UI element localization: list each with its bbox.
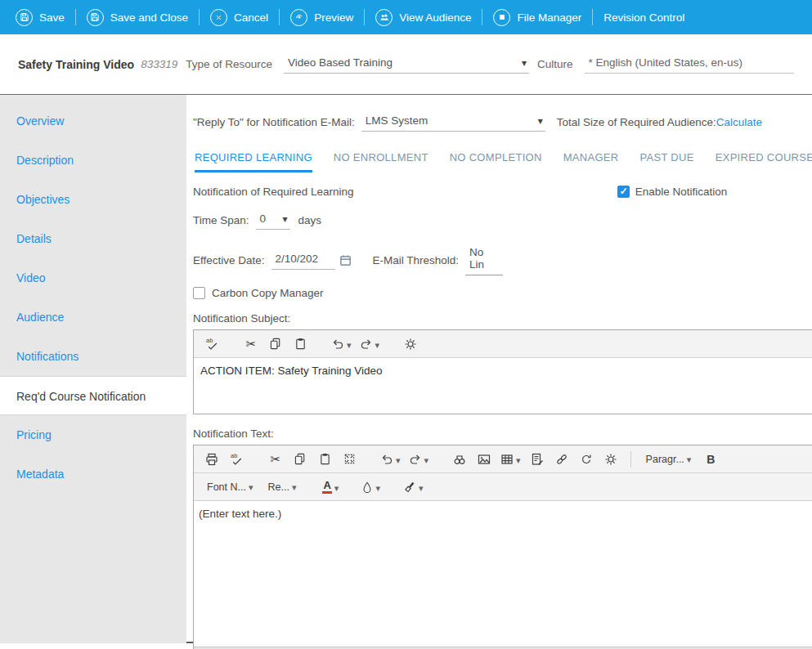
chevron-down-icon [292, 481, 297, 493]
carbon-copy-row: Carbon Copy Manager [193, 287, 812, 299]
redo-button[interactable] [407, 450, 431, 469]
chevron-down-icon [424, 452, 429, 467]
paste-icon [294, 338, 307, 350]
action-toolbar: Save Save and Close Cancel Preview [0, 0, 812, 34]
print-button[interactable] [202, 450, 222, 469]
insert-image-button[interactable] [474, 450, 494, 469]
preview-button[interactable]: Preview [280, 0, 364, 34]
cut-button[interactable]: ✂ [266, 450, 285, 469]
spellcheck-button[interactable]: ab [227, 450, 246, 469]
view-audience-icon [375, 9, 393, 26]
sidebar-item-metadata[interactable]: Metadata [0, 454, 186, 494]
email-threshold-value: No Lin [469, 246, 500, 271]
file-manager-button[interactable]: File Manager [482, 0, 592, 34]
font-color-icon: A [322, 480, 331, 494]
chevron-down-icon [375, 480, 380, 495]
type-of-resource-label: Type of Resource [186, 58, 272, 70]
save-button[interactable]: Save [5, 0, 75, 34]
copy-button[interactable] [290, 450, 310, 469]
enable-notification-checkbox[interactable] [617, 186, 630, 198]
paragraph-style-dropdown[interactable]: Paragr... [641, 450, 697, 469]
calendar-icon[interactable] [339, 254, 352, 266]
toolbar-divider [630, 451, 631, 468]
time-span-dropdown[interactable]: 0 [256, 211, 290, 230]
tab-no-enrollment[interactable]: NO ENROLLMENT [334, 151, 428, 172]
save-and-close-button[interactable]: Save and Close [76, 0, 199, 34]
sidebar-item-description[interactable]: Description [0, 141, 186, 180]
highlight-color-button[interactable] [360, 477, 382, 497]
image-icon [478, 453, 491, 466]
effective-date-field[interactable]: 2/10/202 [271, 251, 335, 270]
svg-text:ab: ab [206, 337, 213, 344]
text-editor-content[interactable]: (Enter text here.) [194, 501, 812, 647]
copy-button[interactable] [266, 334, 285, 354]
sidebar-item-pricing[interactable]: Pricing [0, 415, 186, 454]
time-span-value: 0 [260, 213, 267, 225]
bold-button[interactable]: B [701, 450, 720, 469]
cut-icon: ✂ [271, 453, 281, 465]
carbon-copy-checkbox[interactable] [193, 287, 205, 299]
section-header-row: Notification of Required Learning Enable… [193, 186, 812, 198]
sidebar-item-video[interactable]: Video [0, 258, 186, 298]
subject-editor-toolbar: ab ✂ [194, 330, 812, 358]
cut-button[interactable]: ✂ [241, 334, 261, 354]
sidebar-item-audience[interactable]: Audience [0, 298, 186, 337]
redo-button[interactable] [358, 334, 382, 354]
culture-field[interactable]: * English (United States, en-us) [585, 55, 794, 74]
paste-button[interactable] [290, 334, 310, 354]
binoculars-icon [453, 453, 466, 466]
paintbrush-icon [403, 481, 416, 494]
chevron-down-icon [522, 56, 527, 69]
copy-icon [294, 453, 307, 465]
cancel-button[interactable]: Cancel [200, 0, 279, 34]
calculate-link[interactable]: Calculate [716, 116, 762, 128]
sidebar-item-overview[interactable]: Overview [0, 101, 186, 141]
time-span-row: Time Span: 0 days [193, 211, 812, 230]
sidebar-item-details[interactable]: Details [0, 219, 186, 258]
tab-required-learning[interactable]: REQUIRED LEARNING [195, 151, 312, 172]
save-and-close-label: Save and Close [110, 11, 188, 24]
sidebar-item-objectives[interactable]: Objectives [0, 180, 186, 219]
time-span-unit: days [298, 214, 322, 226]
settings-button[interactable] [401, 334, 420, 354]
paragraph-style-value: Paragr... [646, 454, 684, 465]
paste-icon [319, 453, 331, 465]
notification-settings-panel: "Reply To" for Notification E-Mail: LMS … [186, 95, 812, 643]
font-name-dropdown[interactable]: Font N... [202, 477, 258, 497]
settings-button[interactable] [601, 450, 621, 469]
paste-button[interactable] [315, 450, 334, 469]
undo-button[interactable] [330, 334, 353, 354]
notification-subject-label: Notification Subject: [193, 312, 812, 324]
insert-template-button[interactable] [527, 450, 547, 469]
save-icon [16, 9, 33, 26]
refresh-button[interactable] [576, 450, 596, 469]
insert-table-button[interactable] [499, 450, 523, 469]
format-painter-button[interactable] [402, 477, 425, 497]
select-all-button[interactable] [339, 450, 359, 469]
email-threshold-field[interactable]: No Lin [465, 244, 503, 275]
undo-button[interactable] [379, 450, 402, 469]
type-of-resource-dropdown[interactable]: Video Based Training [284, 55, 529, 74]
reply-to-dropdown[interactable]: LMS System [361, 113, 545, 132]
text-editor: ab ✂ [193, 445, 812, 649]
view-audience-button[interactable]: View Audience [365, 0, 482, 34]
find-button[interactable] [450, 450, 469, 469]
font-color-button[interactable]: A [321, 477, 340, 497]
sidebar-item-reqd-course-notification[interactable]: Req'd Course Notification [0, 376, 186, 415]
sidebar-item-notifications[interactable]: Notifications [0, 337, 186, 376]
tab-past-due[interactable]: PAST DUE [639, 151, 693, 172]
cut-icon: ✂ [246, 338, 257, 350]
effective-date-label: Effective Date: [193, 254, 265, 266]
revision-control-button[interactable]: Revision Control [593, 0, 695, 34]
font-size-dropdown[interactable]: Re... [262, 477, 301, 497]
insert-link-button[interactable] [552, 450, 572, 469]
tab-expired-course[interactable]: EXPIRED COURSE [716, 151, 812, 172]
subject-editor-content[interactable]: ACTION ITEM: Safety Training Video [194, 358, 812, 414]
audience-size-label: Total Size of Required Audience: [557, 116, 716, 128]
tab-manager[interactable]: MANAGER [563, 151, 619, 172]
spellcheck-button[interactable]: ab [202, 334, 222, 354]
chevron-down-icon [396, 452, 401, 467]
reply-to-row: "Reply To" for Notification E-Mail: LMS … [193, 113, 812, 132]
tab-no-completion[interactable]: NO COMPLETION [450, 151, 542, 172]
reply-to-label: "Reply To" for Notification E-Mail: [193, 116, 355, 128]
